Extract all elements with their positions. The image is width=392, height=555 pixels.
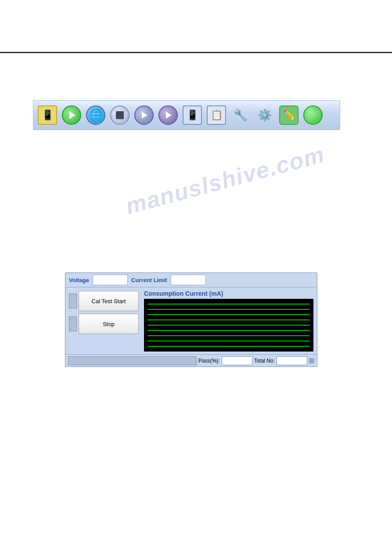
chart-line — [147, 341, 310, 341]
pass-label: Pass(%): — [198, 358, 220, 364]
phone-icon — [38, 105, 57, 125]
cal-test-row: Cal Test Start — [69, 291, 139, 311]
chart-lines — [144, 299, 313, 352]
chart-title: Consumption Current (mA) — [144, 290, 313, 297]
stop-button[interactable]: Stop — [79, 314, 139, 334]
wrench-icon: 🔧 — [231, 105, 250, 125]
top-rule — [0, 52, 392, 53]
chart-line — [147, 319, 310, 320]
chart-area — [144, 299, 313, 352]
stop-square-btn[interactable] — [108, 104, 131, 127]
globe-btn[interactable] — [84, 104, 107, 127]
play-btn[interactable] — [60, 104, 83, 127]
status-bar: Pass(%): Total No: — [65, 354, 317, 366]
arrow-right2-icon — [158, 105, 178, 125]
current-limit-label: Current Limit — [131, 277, 167, 283]
resize-handle[interactable] — [309, 358, 314, 363]
panel-right: Consumption Current (mA) — [142, 287, 317, 354]
side-bar-2 — [69, 316, 77, 331]
wrench-btn[interactable]: 🔧 — [229, 104, 252, 127]
document-btn[interactable]: 📋 — [205, 104, 228, 127]
current-limit-input[interactable] — [171, 275, 206, 285]
chart-line — [147, 346, 310, 347]
total-label: Total No: — [254, 358, 275, 364]
stop-icon — [110, 105, 129, 125]
cal-test-start-button[interactable]: Cal Test Start — [79, 291, 139, 311]
total-value[interactable] — [277, 356, 307, 365]
chart-line — [147, 314, 310, 315]
status-segment-left — [68, 356, 197, 365]
watermark: manuslshive.com — [123, 141, 327, 220]
voltage-input[interactable] — [93, 275, 128, 285]
voltage-label: Voltage — [69, 277, 89, 283]
green-clip-btn[interactable]: ✏️ — [277, 104, 300, 127]
chart-line — [147, 309, 310, 310]
pass-value[interactable] — [222, 356, 252, 365]
arrow-right-icon — [134, 105, 154, 125]
side-bar-1 — [69, 294, 77, 308]
status-circle-icon — [303, 105, 323, 125]
toolbar: 📱 📋 🔧 ⚙️ ✏️ — [33, 100, 340, 130]
main-panel: Voltage Current Limit Cal Test Start Sto… — [65, 272, 317, 367]
phone-test-btn[interactable]: 📱 — [181, 104, 204, 127]
chart-line — [147, 330, 310, 331]
panel-left: Cal Test Start Stop — [65, 287, 142, 354]
panel-body: Cal Test Start Stop Consumption Current … — [65, 287, 317, 354]
play-icon — [62, 105, 81, 125]
arrow-right2-btn[interactable] — [157, 104, 180, 127]
gear-icon: ⚙️ — [255, 105, 274, 125]
arrow-right-btn[interactable] — [133, 104, 155, 127]
green-clipboard-icon: ✏️ — [279, 105, 298, 125]
status-circle-btn[interactable] — [302, 104, 324, 127]
phone-test-icon: 📱 — [183, 105, 202, 125]
phone-icon-btn[interactable] — [36, 104, 59, 127]
gear-btn[interactable]: ⚙️ — [253, 104, 276, 127]
globe-icon — [86, 105, 105, 125]
chart-line — [147, 304, 310, 305]
document-icon: 📋 — [207, 105, 226, 125]
chart-line — [147, 335, 310, 336]
stop-row: Stop — [69, 314, 139, 334]
panel-header: Voltage Current Limit — [65, 273, 317, 287]
chart-line — [147, 325, 310, 326]
